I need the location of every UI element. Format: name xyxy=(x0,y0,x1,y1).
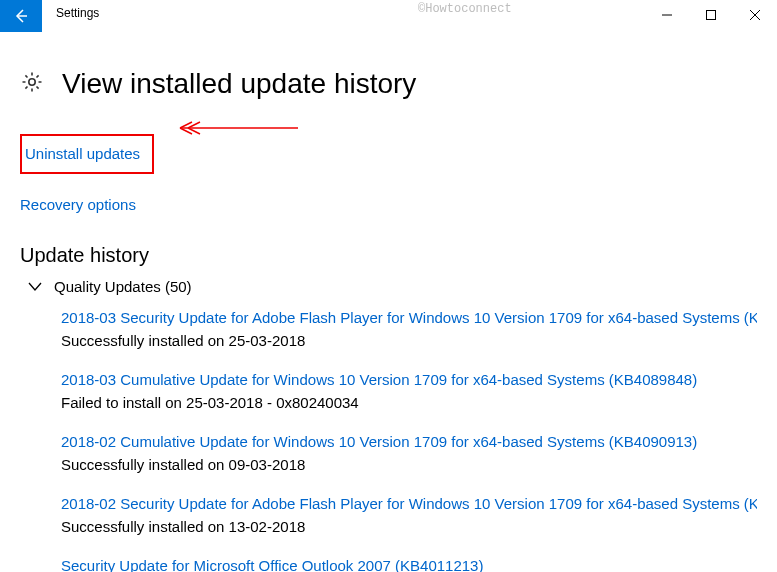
maximize-icon xyxy=(705,9,717,21)
page-header: View installed update history xyxy=(20,68,757,100)
titlebar: Settings ©Howtoconnect xyxy=(0,0,777,32)
close-button[interactable] xyxy=(733,0,777,30)
quality-updates-label: Quality Updates (50) xyxy=(54,278,192,295)
update-title-link[interactable]: 2018-03 Security Update for Adobe Flash … xyxy=(61,309,757,326)
quality-updates-toggle[interactable]: Quality Updates (50) xyxy=(26,277,757,295)
recovery-row: Recovery options xyxy=(20,196,757,214)
arrow-annotation xyxy=(168,118,298,138)
gear-icon xyxy=(20,70,44,98)
arrow-left-icon xyxy=(13,8,29,24)
update-title-link[interactable]: 2018-02 Security Update for Adobe Flash … xyxy=(61,495,757,512)
window-title: Settings xyxy=(56,6,99,20)
update-item: 2018-02 Security Update for Adobe Flash … xyxy=(61,495,757,535)
watermark-text: ©Howtoconnect xyxy=(418,2,512,16)
close-icon xyxy=(749,9,761,21)
chevron-down-icon xyxy=(26,277,44,295)
uninstall-updates-link[interactable]: Uninstall updates xyxy=(25,145,140,162)
minimize-icon xyxy=(661,9,673,21)
update-title-link[interactable]: Security Update for Microsoft Office Out… xyxy=(61,557,757,572)
uninstall-highlight-box: Uninstall updates xyxy=(20,134,154,174)
update-item: 2018-03 Security Update for Adobe Flash … xyxy=(61,309,757,349)
update-status: Successfully installed on 09-03-2018 xyxy=(61,456,757,473)
content-area: View installed update history Uninstall … xyxy=(0,32,777,572)
update-status: Failed to install on 25-03-2018 - 0x8024… xyxy=(61,394,757,411)
update-status: Successfully installed on 25-03-2018 xyxy=(61,332,757,349)
update-title-link[interactable]: 2018-02 Cumulative Update for Windows 10… xyxy=(61,433,757,450)
update-history-heading: Update history xyxy=(20,244,757,267)
recovery-options-link[interactable]: Recovery options xyxy=(20,196,136,213)
update-item: 2018-02 Cumulative Update for Windows 10… xyxy=(61,433,757,473)
page-title: View installed update history xyxy=(62,68,416,100)
update-title-link[interactable]: 2018-03 Cumulative Update for Windows 10… xyxy=(61,371,757,388)
maximize-button[interactable] xyxy=(689,0,733,30)
update-status: Successfully installed on 13-02-2018 xyxy=(61,518,757,535)
window-controls xyxy=(645,0,777,30)
minimize-button[interactable] xyxy=(645,0,689,30)
svg-rect-2 xyxy=(707,11,716,20)
update-item: 2018-03 Cumulative Update for Windows 10… xyxy=(61,371,757,411)
back-button[interactable] xyxy=(0,0,42,32)
update-item: Security Update for Microsoft Office Out… xyxy=(61,557,757,572)
update-list: 2018-03 Security Update for Adobe Flash … xyxy=(61,309,757,572)
svg-point-5 xyxy=(29,79,35,85)
